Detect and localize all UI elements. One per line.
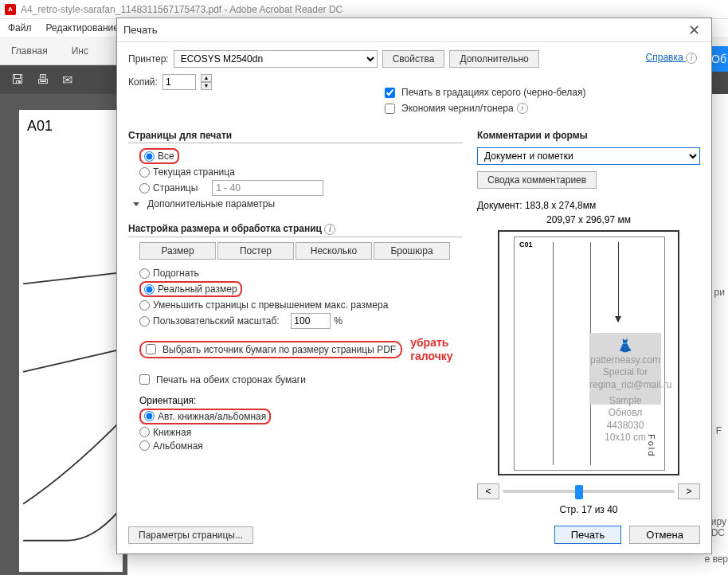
- preview-corner: C01: [519, 241, 533, 248]
- both-sides-checkbox[interactable]: Печать на обеих сторонах бумаги: [139, 374, 463, 385]
- fit-radio[interactable]: [139, 268, 150, 279]
- menu-edit[interactable]: Редактирование: [46, 22, 119, 33]
- info-icon: i: [517, 103, 528, 114]
- watermark: 👗 patterneasy.com Special for regina_ric…: [589, 333, 661, 405]
- save-icon[interactable]: 🖫: [11, 72, 24, 87]
- copies-spinner[interactable]: ▲▼: [201, 74, 212, 90]
- pattern-lines: [19, 269, 123, 550]
- prev-page-button[interactable]: <: [477, 483, 499, 499]
- document-area: A01: [0, 94, 127, 575]
- highlight-all: Все: [139, 148, 179, 164]
- print-icon[interactable]: 🖶: [37, 72, 49, 87]
- pages-all-radio[interactable]: [144, 151, 155, 162]
- pages-range-radio[interactable]: [139, 183, 150, 194]
- comments-head: Комментарии и формы: [477, 130, 700, 143]
- expand-icon[interactable]: [133, 202, 139, 206]
- shrink-radio[interactable]: [139, 300, 150, 311]
- sizing-section-head: Настройка размера и обработка страниц i: [128, 223, 463, 237]
- tab-booklet[interactable]: Брошюра: [374, 242, 450, 260]
- doc-page: A01: [19, 110, 123, 572]
- inksave-checkbox[interactable]: Экономия чернил/тонера i: [385, 103, 585, 114]
- bg-text: иру: [711, 516, 726, 527]
- app-title: A4_retro-style-sarafan_1148311567175473.…: [21, 4, 342, 15]
- printer-select[interactable]: ECOSYS M2540dn: [174, 50, 378, 68]
- orientation-head: Ориентация:: [139, 395, 463, 406]
- pages-section-head: Страницы для печати: [128, 130, 463, 143]
- comments-dropdown[interactable]: Документ и пометки: [477, 147, 700, 165]
- tab-multiple[interactable]: Несколько: [296, 242, 372, 260]
- mail-icon[interactable]: ✉: [62, 72, 72, 88]
- page-counter: Стр. 17 из 40: [477, 504, 700, 515]
- highlight-actual: Реальный размер: [139, 281, 242, 297]
- page-slider[interactable]: [503, 490, 675, 493]
- more-params[interactable]: Дополнительные параметры: [147, 198, 275, 209]
- next-page-button[interactable]: >: [678, 483, 700, 499]
- doc-size-label: Документ: 183,8 x 274,8мм: [477, 200, 700, 211]
- summary-button[interactable]: Сводка комментариев: [477, 171, 597, 189]
- cancel-button[interactable]: Отмена: [629, 526, 700, 544]
- highlight-orientation: Авт. книжная/альбомная: [139, 409, 271, 424]
- bg-text: DC: [711, 527, 725, 538]
- custom-scale-input[interactable]: [291, 313, 331, 329]
- print-dialog: Печать ✕ Справка i Принтер: ECOSYS M2540…: [116, 18, 712, 554]
- pdf-icon: A: [5, 4, 16, 15]
- fold-label: Fold: [647, 434, 656, 457]
- highlight-paper-source: Выбрать источник бумаги по размеру стран…: [139, 341, 402, 358]
- custom-radio[interactable]: [139, 316, 150, 327]
- copies-label: Копий:: [128, 76, 158, 88]
- app-titlebar: A A4_retro-style-sarafan_114831156717547…: [0, 0, 728, 19]
- page-setup-button[interactable]: Параметры страницы...: [128, 526, 253, 544]
- annotation-remove-check: убрать галочку: [410, 336, 458, 363]
- orient-landscape-radio[interactable]: [139, 440, 150, 451]
- advanced-button[interactable]: Дополнительно: [449, 50, 538, 68]
- paper-source-checkbox[interactable]: Выбрать источник бумаги по размеру стран…: [146, 344, 396, 355]
- close-icon[interactable]: ✕: [683, 22, 705, 39]
- tab-poster[interactable]: Постер: [217, 242, 294, 260]
- orient-portrait-radio[interactable]: [139, 427, 150, 437]
- help-link[interactable]: Справка i: [646, 52, 697, 64]
- arrow-icon: [618, 242, 619, 322]
- properties-button[interactable]: Свойства: [382, 50, 445, 68]
- tab-home[interactable]: Главная: [11, 45, 48, 57]
- dialog-title: Печать: [123, 24, 158, 36]
- doc-corner-label: A01: [27, 118, 115, 135]
- actual-radio[interactable]: [144, 284, 155, 295]
- copies-input[interactable]: [162, 74, 196, 90]
- bg-text: е вер: [704, 553, 728, 565]
- bg-text: F: [716, 425, 722, 436]
- orient-auto-radio[interactable]: [144, 411, 155, 421]
- printer-label: Принтер:: [128, 53, 169, 65]
- pages-current-radio[interactable]: [139, 167, 150, 178]
- print-preview: C01 👗 patterneasy.com Special for regina…: [498, 230, 679, 475]
- dialog-titlebar: Печать ✕: [117, 18, 711, 42]
- info-icon: i: [686, 53, 697, 64]
- grayscale-checkbox[interactable]: Печать в градациях серого (черно-белая): [385, 87, 585, 98]
- info-icon: i: [324, 224, 335, 235]
- pages-range-input[interactable]: [212, 180, 323, 196]
- menu-file[interactable]: Файл: [8, 22, 32, 33]
- bg-text: ри: [714, 287, 725, 298]
- tab-size[interactable]: Размер: [139, 242, 216, 260]
- print-button[interactable]: Печать: [554, 526, 622, 544]
- paper-size-label: 209,97 x 296,97 мм: [477, 214, 700, 225]
- tab-tools-partial[interactable]: Инс: [72, 45, 88, 57]
